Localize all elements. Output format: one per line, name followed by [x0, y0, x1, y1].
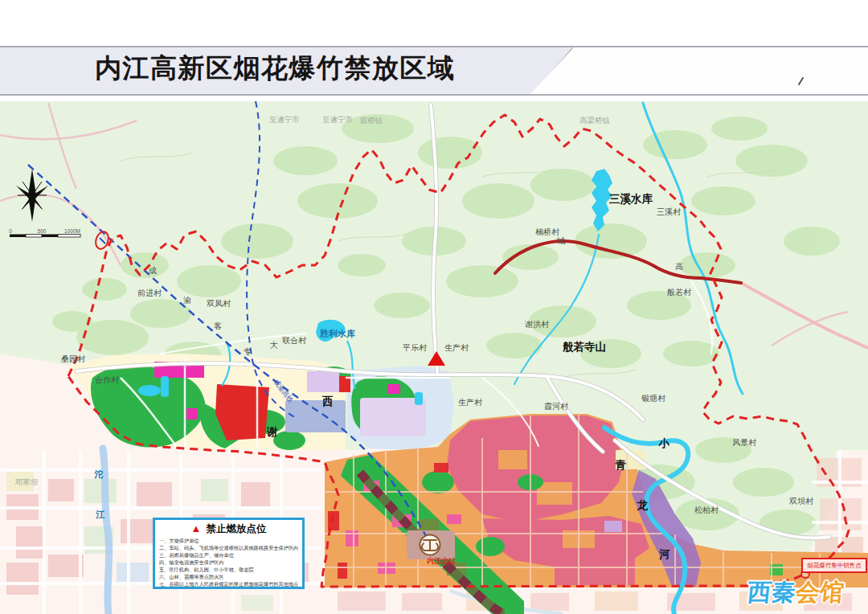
- legend-item: 一、文物保护单位: [159, 538, 298, 545]
- legend-title: 禁止燃放点位: [206, 523, 266, 534]
- legend-item: 四、输变电设施安全保护区内: [159, 559, 298, 567]
- legend-box: ▲禁止燃放点位 一、文物保护单位二、车站、码头、飞机场等交通枢纽以及铁路线路安全…: [153, 518, 305, 589]
- legend-item: 五、医疗机构、幼儿园、中小学校、敬老院: [159, 567, 298, 574]
- watermark-part1: 西秦: [746, 579, 796, 605]
- plate-edge: [534, 47, 573, 92]
- title-banner: 内江高新区烟花爆竹禁放区域: [0, 46, 868, 96]
- legend-title-row: ▲禁止燃放点位: [159, 522, 298, 536]
- legend-item: 六、山林、苗圃等重点防火区: [159, 574, 298, 581]
- legend-item: 三、易燃易爆物品生产、储存单位: [159, 552, 298, 559]
- page-title: 内江高新区烟花爆竹禁放区域: [95, 51, 456, 87]
- watermark: 西秦会馆: [746, 576, 845, 609]
- legend-item: 七、县级以上地方人民政府规定的禁止燃放烟花爆竹的其他地点: [159, 581, 298, 588]
- sale-point-label: 烟花爆竹集中销售点: [807, 562, 862, 570]
- legend-item: 二、车站、码头、飞机场等交通枢纽以及铁路线路安全保护区内: [159, 545, 298, 552]
- prohibition-triangle-icon: ▲: [191, 522, 202, 534]
- watermark-part2: 会馆: [794, 579, 845, 605]
- railway-station-icon: [420, 535, 440, 555]
- legend-item-list: 一、文物保护单位二、车站、码头、飞机场等交通枢纽以及铁路线路安全保护区内三、易燃…: [159, 538, 298, 588]
- sale-point-box: 烟花爆竹集中销售点: [801, 558, 867, 573]
- poster-page: { "header": { "title": "内江高新区烟花爆竹禁放区域" }…: [0, 0, 868, 614]
- scale-bar: [10, 235, 80, 238]
